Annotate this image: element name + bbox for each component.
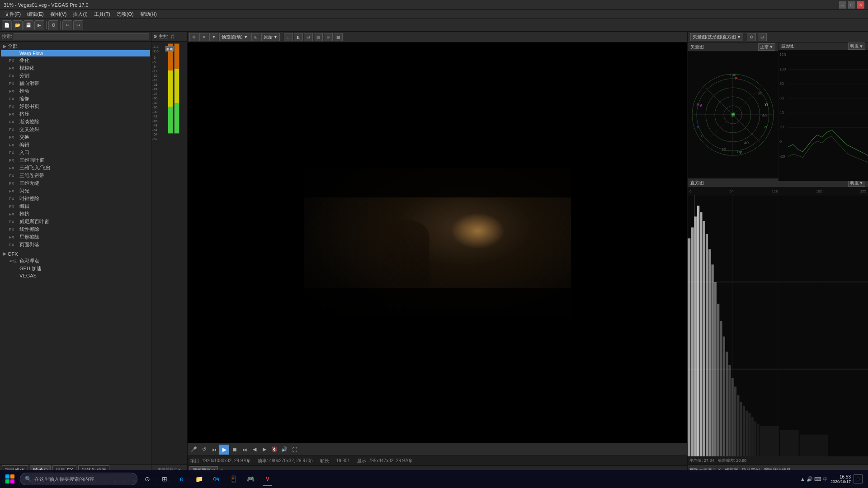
taskbar-app-vegas[interactable]: V — [259, 471, 276, 487]
frame-prev-icon[interactable]: ◀ — [250, 445, 259, 454]
svg-rect-56 — [700, 212, 702, 456]
taskbar-app-explorer[interactable]: 📁 — [191, 471, 207, 487]
preview-mode-dropdown[interactable]: 预览(自动) ▼ — [219, 33, 250, 41]
preview-play-mode-dropdown[interactable]: 原始 ▼ — [261, 33, 280, 41]
menu-help[interactable]: 帮助(H) — [137, 10, 160, 19]
notifications-button[interactable]: □ — [854, 474, 863, 483]
scopes-mode-icon[interactable]: ⊟ — [758, 33, 767, 41]
fx-item-vegas[interactable]: VEGAS — [1, 272, 150, 279]
fx-search-bar: 搜索: — [0, 32, 151, 42]
scopes-settings-icon[interactable]: ⚙ — [747, 33, 756, 41]
preview-icon-6[interactable]: ▤ — [314, 33, 323, 41]
fx-item-split[interactable]: FX 分割 — [1, 72, 150, 80]
taskbar-app-phone[interactable]: 📱 — [225, 471, 241, 487]
fx-item-linearwipe[interactable]: FX 线性擦除 — [1, 225, 150, 233]
menu-view[interactable]: 视图(V) — [47, 10, 70, 19]
preview-icon-1[interactable]: ≡ — [199, 33, 208, 41]
fx-item-gpu[interactable]: GPU 加速 — [1, 265, 150, 272]
redo-button[interactable]: ↪ — [73, 20, 83, 30]
fx-item-edit1[interactable]: FX 编辑 — [1, 141, 150, 149]
taskbar-app-edge[interactable]: e — [174, 471, 190, 487]
minimize-button[interactable]: ─ — [839, 1, 846, 9]
preview-icon-5[interactable]: ⊟ — [304, 33, 313, 41]
new-button[interactable]: 📄 — [2, 20, 12, 30]
taskbar-search[interactable]: 🔍 在这里输入你要搜索的内容 — [20, 473, 137, 485]
win-logo-tr — [10, 474, 14, 479]
start-button[interactable] — [2, 471, 18, 487]
play-button[interactable]: ▶ — [219, 445, 229, 455]
fx-item-label: 交叉效果 — [19, 126, 39, 133]
fx-item-swap[interactable]: FX 交换 — [1, 133, 150, 141]
clock-date[interactable]: 16:53 2020/10/17 — [830, 474, 851, 484]
preview-icon-7[interactable]: ⊕ — [324, 33, 333, 41]
menu-options[interactable]: 选项(O) — [114, 10, 137, 19]
preview-settings-icon[interactable]: ⚙ — [189, 33, 198, 41]
mute-icon[interactable]: 🔇 — [270, 445, 279, 454]
fx-item-3dstrip[interactable]: FX 三维卷帘带 — [1, 172, 150, 179]
svg-text:0: 0 — [701, 134, 703, 138]
scopes-type-dropdown[interactable]: 矢量图/波形图/直方图 ▼ — [690, 33, 743, 41]
volume-icon[interactable]: 🔊 — [280, 445, 289, 454]
fx-item-bookpage[interactable]: FX 好形书页 — [1, 103, 150, 110]
fx-item-3dfly[interactable]: FX 三维飞入/飞出 — [1, 164, 150, 172]
fx-item-blur[interactable]: FX 模糊化 — [1, 64, 150, 72]
fx-item-3dsmooth[interactable]: FX 三维无缝 — [1, 179, 150, 187]
fx-item-zoom[interactable]: FX 缩像 — [1, 95, 150, 103]
fx-item-3dleaves[interactable]: FX 三维画叶窗 — [1, 156, 150, 164]
fx-category-all[interactable]: ▶ 全部 — [1, 42, 150, 50]
fx-item-fadein[interactable]: FX 叠化 — [1, 56, 150, 64]
open-button[interactable]: 📂 — [13, 20, 23, 30]
loop-icon[interactable]: ↺ — [199, 445, 208, 454]
render-button[interactable]: ▶ — [34, 20, 44, 30]
waveform-mode-dropdown[interactable]: 明度 ▼ — [848, 42, 865, 50]
stop-icon[interactable]: ⏹ — [230, 445, 239, 454]
settings-button[interactable]: ⚙ — [48, 20, 58, 30]
fx-badge: FX — [9, 189, 18, 193]
frame-next-icon[interactable]: ▶ — [260, 445, 269, 454]
preview-icon-4[interactable]: ◧ — [294, 33, 303, 41]
fx-item-32bit[interactable]: 32位 色彩浮点 — [1, 257, 150, 265]
fx-item-edit2[interactable]: FX 编辑 — [1, 202, 150, 210]
undo-button[interactable]: ↩ — [62, 20, 72, 30]
fx-item-push[interactable]: FX 推动 — [1, 87, 150, 95]
save-button[interactable]: 💾 — [24, 20, 33, 30]
menu-tools[interactable]: 工具(T) — [91, 10, 113, 19]
fx-item-pushpull[interactable]: FX 推挤 — [1, 210, 150, 218]
fx-item-fadewipe[interactable]: FX 渐淡擦除 — [1, 118, 150, 126]
fx-item-clockwipe[interactable]: FX 时钟擦除 — [1, 195, 150, 202]
taskbar-app-taskview[interactable]: ⊞ — [156, 471, 173, 487]
preview-icon-3[interactable]: ⬚ — [284, 33, 293, 41]
fx-item-squeeze[interactable]: FX 挤压 — [1, 110, 150, 118]
taskbar-app-steam[interactable]: 🎮 — [242, 471, 259, 487]
prev-icon[interactable]: ⏮ — [209, 445, 218, 454]
menu-insert[interactable]: 插入(I) — [70, 10, 90, 19]
fx-item-flash[interactable]: FX 闪光 — [1, 187, 150, 195]
next-icon[interactable]: ⏭ — [240, 445, 249, 454]
taskbar-app-store[interactable]: 🛍 — [208, 471, 224, 487]
preview-icon-2[interactable]: ▼ — [209, 33, 218, 41]
fx-item-warpflow[interactable]: FX Warp Flow — [1, 50, 150, 56]
mic-icon[interactable]: 🎤 — [189, 445, 198, 454]
preview-grid-icon[interactable]: ⊞ — [251, 33, 260, 41]
menu-file[interactable]: 文件(F) — [2, 10, 24, 19]
fx-item-slide[interactable]: FX 辅向滑带 — [1, 80, 150, 87]
fx-item-pageturn[interactable]: FX 页面剥落 — [1, 241, 150, 249]
preview-icon-8[interactable]: ▦ — [334, 33, 343, 41]
window-controls[interactable]: ─ □ ✕ — [839, 1, 864, 9]
maximize-button[interactable]: □ — [848, 1, 855, 9]
fullscreen-icon[interactable]: ⛶ — [290, 445, 299, 454]
fx-category-ofx[interactable]: ▶ OFX — [1, 250, 150, 257]
fx-item-venetian[interactable]: FX 威尼斯百叶窗 — [1, 218, 150, 225]
taskbar-app-cortana[interactable]: ⊙ — [139, 471, 156, 487]
fx-item-crossfx[interactable]: FX 交叉效果 — [1, 126, 150, 133]
preview-info-strip: 项目: 1920x1080x32, 29.970p 帧率: 480x270x32… — [188, 455, 687, 465]
fx-item-starwipe[interactable]: FX 星形擦除 — [1, 233, 150, 241]
menu-edit[interactable]: 编辑(E) — [24, 10, 47, 19]
title-bar: 31% - Vegas01.veg - VEGAS Pro 17.0 ─ □ ✕ — [0, 0, 868, 10]
waveform-header: 波形图 明度 ▼ — [778, 42, 868, 50]
vectorscope-mode-dropdown[interactable]: 正常 ▼ — [758, 43, 775, 51]
hist-label-64: 64 — [730, 189, 734, 193]
fx-item-entrance[interactable]: FX 入口 — [1, 149, 150, 156]
close-button[interactable]: ✕ — [857, 1, 864, 9]
fx-search-input[interactable] — [14, 33, 149, 40]
